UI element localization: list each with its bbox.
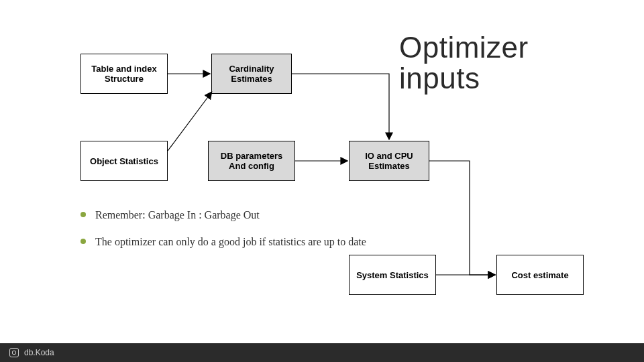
box-object-stats: Object Statistics [80,141,168,181]
box-table-index-label: Table and index Structure [91,64,156,84]
box-cardinality: Cardinality Estimates [211,54,292,94]
logo-icon [9,348,19,357]
box-table-index: Table and index Structure [80,54,168,94]
arrow-iocpu-to-cost [429,161,494,275]
box-db-params-label: DB parameters And config [221,151,283,171]
box-cost-estimate-label: Cost estimate [511,270,568,280]
box-cost-estimate: Cost estimate [496,255,584,295]
footer-brand: db.Koda [24,348,54,357]
box-db-params: DB parameters And config [208,141,295,181]
arrow-cardinality-to-iocpu [292,74,389,139]
footer-bar: db.Koda [0,343,644,362]
bullet-dot-icon [80,239,86,244]
bullet-row: Remember: Garbage In : Garbage Out [80,208,429,223]
bullet-dot-icon [80,212,86,217]
title-line-2: inputs [399,62,480,95]
bullet-text-2: The optimizer can only do a good job if … [95,235,366,249]
arrow-objstats-to-cardinality [168,93,211,151]
box-object-stats-label: Object Statistics [90,156,158,166]
box-io-cpu: IO and CPU Estimates [349,141,429,181]
bullet-list: Remember: Garbage In : Garbage Out The o… [80,208,429,262]
title-line-1: Optimizer [399,31,529,64]
box-system-stats-label: System Statistics [356,270,429,280]
bullet-text-1: Remember: Garbage In : Garbage Out [95,208,260,223]
bullet-row: The optimizer can only do a good job if … [80,235,429,249]
slide-title: Optimizer inputs [399,32,529,94]
box-cardinality-label: Cardinality Estimates [229,64,274,84]
slide-stage: Optimizer inputs Table and index Structu… [0,0,644,362]
box-io-cpu-label: IO and CPU Estimates [365,151,413,171]
